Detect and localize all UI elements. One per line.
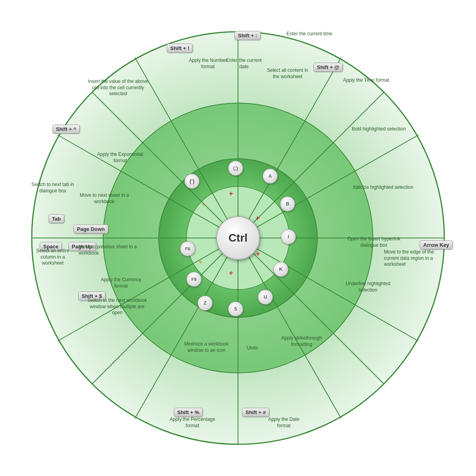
label-strikethrough: Apply strikethrough formatting (273, 335, 330, 347)
label-insert-above: Insert the value of the above cell into … (87, 79, 149, 97)
shift-hash-badge: Shift + # (242, 408, 269, 417)
ctrl-label: Ctrl (228, 232, 248, 244)
shift-at-badge: Shift + @ (313, 63, 343, 72)
page-down-badge: Page Down (73, 225, 108, 234)
shift-colon-badge: Shift + : (234, 31, 261, 40)
k-key: K (273, 262, 288, 277)
plus-left-lower: + (198, 258, 203, 266)
label-edge-move: Move to the edge of the current data reg… (384, 249, 447, 268)
plus-left-upper: + (202, 200, 206, 209)
label-select-column: Select an entire column in a worksheet (31, 248, 75, 267)
label-bold: Bold highlighted selection (349, 126, 409, 132)
b-key: B (280, 196, 295, 211)
label-undo: Undo (236, 345, 268, 351)
label-prev-sheet: Move to previous sheet in a workbook (79, 244, 140, 256)
label-underline: Underline highlighted selection (337, 281, 399, 293)
label-italicize: Italicize highlighted selection (353, 184, 422, 191)
label-minimize: Minimize a workbook window to an icon (182, 341, 231, 353)
semicolon-key: (;) (228, 161, 243, 176)
z-key: Z (198, 296, 213, 311)
label-enter-date: Enter the current date (226, 58, 262, 70)
label-switch-tab: Switch to next tab in dialogue box (31, 182, 75, 194)
label-enter-time: Enter the current time (282, 31, 337, 37)
label-date-format: Apply the Date format (261, 416, 307, 429)
apostrophe-key: (') (184, 174, 200, 189)
label-next-sheet: Move to next sheet in a workbook (79, 192, 130, 205)
label-exp-format: Apply the Exponential format (90, 152, 150, 164)
i-key: I (281, 229, 296, 244)
plus-top: + (229, 190, 233, 198)
arrow-key-badge: Arrow Key (420, 240, 453, 250)
a-key: A (263, 169, 278, 184)
plus-right-lower: + (256, 250, 260, 258)
label-hyperlink: Open the Insert hyperlink dialogue box (345, 236, 403, 248)
u-key: U (258, 290, 273, 305)
label-number-format: Apply the Number format (188, 58, 228, 70)
shift-percent-badge: Shift + % (174, 408, 203, 417)
f6-key: F6 (180, 241, 195, 256)
label-time-format: Apply the Time format (340, 77, 392, 84)
ctrl-center-key: Ctrl (216, 216, 260, 260)
label-percentage: Apply the Percentage format (167, 416, 218, 429)
label-currency: Apply the Currency format (99, 277, 143, 289)
shift-exclaim-badge: Shift + ! (167, 44, 193, 53)
5-key: 5 (228, 301, 243, 317)
label-next-workbook: Switch to the next workbook window when … (86, 298, 148, 316)
shift-caret-badge: Shift + ^ (52, 125, 80, 134)
tab-badge: Tab (48, 214, 64, 223)
label-select-all: Select all content in the worksheet (266, 67, 309, 80)
shortcut-wheel: Ctrl (') (;) A B I K U 5 Z F9 F6 + + + +… (20, 20, 456, 456)
f9-key: F9 (186, 272, 202, 287)
plus-bottom: + (229, 269, 233, 277)
plus-right-upper: + (255, 214, 260, 223)
